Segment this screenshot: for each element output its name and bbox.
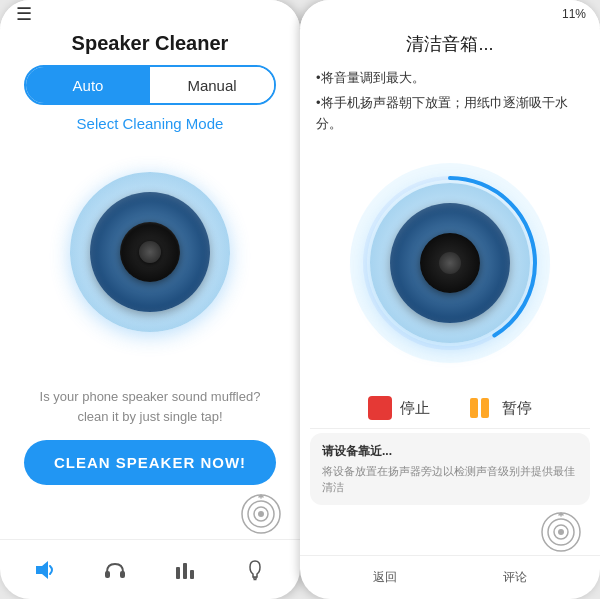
clean-speaker-button[interactable]: CLEAN SPEAKER NOW! bbox=[24, 440, 276, 485]
bottom-panel-desc: 将设备放置在扬声器旁边以检测声音级别并提供最佳清洁 bbox=[322, 464, 578, 495]
speaker-mid-ring bbox=[90, 192, 210, 312]
speaker-right-center bbox=[439, 252, 461, 274]
cleaning-title: 清洁音箱... bbox=[406, 34, 493, 54]
bottom-panel: 请设备靠近... 将设备放置在扬声器旁边以检测声音级别并提供最佳清洁 bbox=[310, 433, 590, 505]
svg-point-17 bbox=[558, 529, 564, 535]
svg-rect-8 bbox=[183, 563, 187, 579]
bullseye-icon-right bbox=[540, 511, 582, 553]
instruction-1: •将音量调到最大。 bbox=[316, 68, 584, 89]
stop-icon bbox=[368, 396, 392, 420]
pause-icon bbox=[470, 396, 494, 420]
stop-label: 停止 bbox=[400, 399, 430, 418]
phone-right: 11% 清洁音箱... •将音量调到最大。 •将手机扬声器朝下放置；用纸巾逐渐吸… bbox=[300, 0, 600, 599]
svg-point-3 bbox=[258, 511, 264, 517]
nav-review-label[interactable]: 评论 bbox=[503, 569, 527, 586]
nav-back-label[interactable]: 返回 bbox=[373, 569, 397, 586]
controls-row: 停止 暂停 bbox=[300, 384, 600, 428]
pause-label: 暂停 bbox=[502, 399, 532, 418]
speaker-outer-ring bbox=[70, 172, 230, 332]
menu-icon[interactable]: ☰ bbox=[16, 3, 32, 25]
speaker-inner-ring bbox=[120, 222, 180, 282]
speaker-center-dot bbox=[139, 241, 161, 263]
instruction-2: •将手机扬声器朝下放置；用纸巾逐渐吸干水分。 bbox=[316, 93, 584, 135]
stop-button[interactable]: 停止 bbox=[368, 396, 430, 420]
speaker-visual-right bbox=[300, 142, 600, 384]
status-bar-right: 11% bbox=[300, 0, 600, 28]
svg-rect-6 bbox=[120, 571, 125, 578]
svg-rect-5 bbox=[105, 571, 110, 578]
svg-rect-9 bbox=[190, 570, 194, 579]
speaker-hint: Is your phone speaker sound muffled? cle… bbox=[24, 387, 276, 426]
bottom-panel-title: 请设备靠近... bbox=[322, 443, 578, 460]
auto-mode-button[interactable]: Auto bbox=[26, 67, 150, 103]
svg-marker-4 bbox=[36, 561, 48, 579]
bottom-nav-right: 返回 评论 bbox=[300, 555, 600, 599]
divider bbox=[310, 428, 590, 429]
arc-container bbox=[360, 173, 540, 353]
battery-level: 11% bbox=[562, 7, 586, 21]
nav-sound-icon[interactable] bbox=[32, 557, 58, 583]
app-title: Speaker Cleaner bbox=[72, 32, 229, 55]
nav-bulb-icon[interactable] bbox=[242, 557, 268, 583]
speaker-right-mid bbox=[390, 203, 510, 323]
manual-mode-button[interactable]: Manual bbox=[150, 67, 274, 103]
bottom-nav-left bbox=[0, 539, 300, 599]
select-mode-label: Select Cleaning Mode bbox=[0, 115, 300, 132]
speaker-right-outer bbox=[370, 183, 530, 343]
right-header: 清洁音箱... bbox=[300, 28, 600, 64]
status-bar-left: ☰ bbox=[0, 0, 300, 28]
phone-left: ☰ Speaker Cleaner Auto Manual Select Cle… bbox=[0, 0, 300, 599]
pause-button[interactable]: 暂停 bbox=[470, 396, 532, 420]
nav-headphone-icon[interactable] bbox=[102, 557, 128, 583]
svg-rect-7 bbox=[176, 567, 180, 579]
bullseye-icon-left bbox=[240, 493, 282, 535]
speaker-visual-left bbox=[0, 138, 300, 375]
mode-toggle[interactable]: Auto Manual bbox=[24, 65, 276, 105]
instructions-block: •将音量调到最大。 •将手机扬声器朝下放置；用纸巾逐渐吸干水分。 bbox=[316, 68, 584, 138]
left-header: Speaker Cleaner bbox=[0, 28, 300, 65]
speaker-right-inner bbox=[420, 233, 480, 293]
nav-equalizer-icon[interactable] bbox=[172, 557, 198, 583]
